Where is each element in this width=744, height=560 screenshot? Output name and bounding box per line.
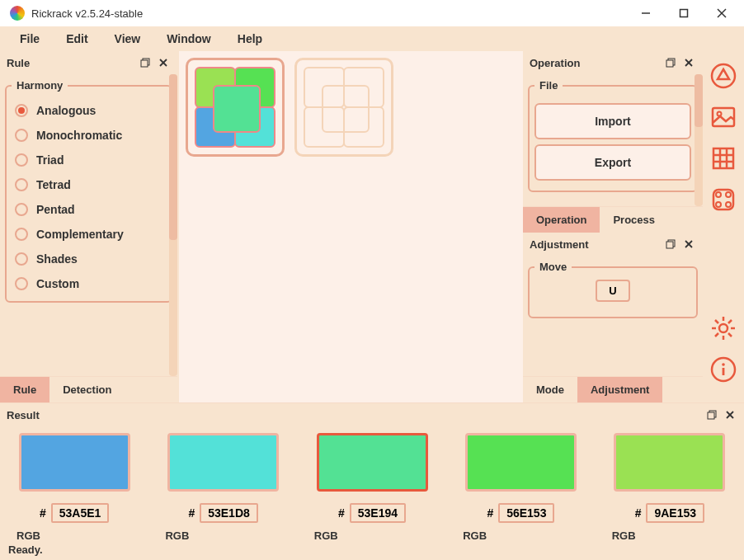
file-group: File Import Export (528, 79, 698, 192)
panel-close-icon[interactable] (681, 237, 696, 252)
svg-rect-13 (666, 242, 673, 248)
titlebar: Rickrack v2.5.24-stable (0, 0, 744, 26)
scrollbar[interactable] (169, 74, 177, 376)
close-button[interactable] (703, 0, 741, 26)
harmony-option-monochromatic[interactable]: Monochromatic (12, 123, 166, 148)
harmony-option-label: Tetrad (36, 178, 71, 191)
radio-icon (15, 277, 28, 290)
svg-line-35 (715, 320, 718, 323)
harmony-option-label: Complementary (36, 228, 124, 241)
swatch-tile[interactable] (213, 85, 261, 133)
panel-close-icon[interactable] (723, 407, 737, 422)
harmony-option-label: Pentad (36, 203, 75, 216)
maximize-button[interactable] (665, 0, 703, 26)
tab-adjustment[interactable]: Adjustment (577, 377, 663, 402)
info-icon[interactable] (707, 353, 740, 386)
harmony-option-tetrad[interactable]: Tetrad (12, 172, 166, 197)
harmony-option-label: Triad (36, 153, 64, 167)
hex-value[interactable]: 53E194 (350, 503, 406, 523)
right-column: Operation File Import Export Operation P… (523, 51, 703, 402)
radio-icon (15, 129, 28, 142)
harmony-option-label: Monochromatic (36, 129, 122, 142)
tab-detection[interactable]: Detection (49, 377, 125, 402)
hash-label: # (338, 506, 345, 520)
gear-icon[interactable] (707, 312, 740, 345)
harmony-legend: Harmony (12, 79, 68, 92)
radio-icon (15, 203, 28, 216)
harmony-option-triad[interactable]: Triad (12, 148, 166, 172)
result-color-card: #9AE153RGB (596, 433, 744, 542)
tab-process[interactable]: Process (600, 207, 668, 233)
canvas-area[interactable] (179, 51, 523, 402)
export-button[interactable]: Export (534, 144, 691, 181)
radio-icon (15, 178, 28, 191)
svg-point-40 (722, 363, 725, 366)
rule-tabs: Rule Detection (0, 376, 177, 402)
menu-window[interactable]: Window (153, 27, 224, 50)
hex-value[interactable]: 9AE153 (646, 503, 704, 523)
hex-value[interactable]: 53E1D8 (200, 503, 258, 523)
adjustment-panel-title: Adjustment (530, 238, 660, 251)
svg-point-29 (726, 202, 731, 207)
window-title: Rickrack v2.5.24-stable (31, 7, 627, 20)
rule-panel-title: Rule (7, 57, 134, 69)
harmony-option-label: Shades (36, 252, 78, 266)
tab-mode[interactable]: Mode (523, 377, 577, 402)
palette-preview-empty[interactable] (294, 58, 393, 157)
swatch-tile-empty (322, 85, 370, 133)
minimize-button[interactable] (627, 0, 665, 26)
panel-float-icon[interactable] (138, 55, 153, 70)
harmony-option-shades[interactable]: Shades (12, 247, 166, 271)
result-color-card: #56E153RGB (446, 433, 595, 542)
app-logo-icon (10, 6, 25, 21)
board-icon[interactable] (707, 183, 740, 216)
scrollbar[interactable] (695, 74, 703, 206)
status-bar: Ready. (0, 542, 744, 560)
color-swatch[interactable] (614, 433, 725, 492)
harmony-option-analogous[interactable]: Analogous (12, 98, 166, 123)
harmony-option-custom[interactable]: Custom (12, 271, 166, 296)
panel-close-icon[interactable] (156, 55, 171, 70)
hex-value[interactable]: 56E153 (498, 503, 554, 523)
radio-icon (15, 104, 28, 117)
panel-float-icon[interactable] (704, 407, 719, 422)
svg-rect-5 (141, 60, 148, 67)
svg-rect-9 (666, 60, 673, 67)
panel-float-icon[interactable] (663, 55, 678, 70)
color-swatch[interactable] (19, 433, 130, 492)
color-swatch[interactable] (167, 433, 279, 492)
result-panel: Result #53A5E1RGB#53E1D8RGB#53E194RGB#56… (0, 402, 744, 542)
panel-close-icon[interactable] (681, 55, 696, 70)
move-group: Move U (528, 261, 698, 318)
grid-icon[interactable] (707, 142, 740, 175)
hash-label: # (487, 506, 493, 520)
color-swatch[interactable] (465, 433, 577, 492)
file-legend: File (534, 79, 563, 92)
radio-icon (15, 228, 28, 241)
menu-file[interactable]: File (7, 27, 53, 50)
side-toolbar (703, 51, 744, 402)
svg-point-30 (719, 324, 728, 332)
menu-edit[interactable]: Edit (53, 27, 101, 50)
svg-rect-1 (680, 10, 688, 17)
hash-label: # (188, 506, 195, 520)
move-up-button[interactable]: U (596, 280, 629, 302)
tab-operation[interactable]: Operation (523, 207, 600, 233)
menubar: File Edit View Window Help (0, 26, 744, 51)
harmony-option-pentad[interactable]: Pentad (12, 197, 166, 222)
tab-rule[interactable]: Rule (0, 377, 49, 402)
wheel-icon[interactable] (707, 59, 740, 92)
hex-value[interactable]: 53A5E1 (51, 503, 110, 523)
image-icon[interactable] (707, 101, 740, 134)
color-swatch[interactable] (317, 433, 428, 492)
harmony-option-complementary[interactable]: Complementary (12, 222, 166, 247)
svg-line-37 (728, 320, 732, 323)
menu-help[interactable]: Help (224, 27, 275, 50)
import-button[interactable]: Import (534, 103, 691, 139)
palette-preview-active[interactable] (186, 58, 285, 157)
panel-float-icon[interactable] (663, 237, 678, 252)
svg-line-36 (728, 333, 732, 336)
menu-view[interactable]: View (101, 27, 154, 50)
hash-label: # (635, 506, 642, 520)
svg-line-38 (715, 333, 718, 336)
